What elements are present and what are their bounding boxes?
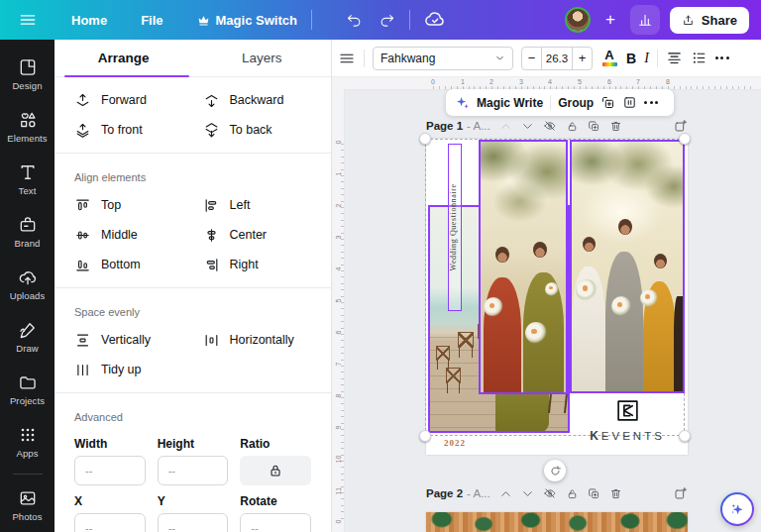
hide-page-icon[interactable] <box>543 119 557 133</box>
magic-switch-button[interactable]: Magic Switch <box>197 13 297 28</box>
add-member-button[interactable]: + <box>600 10 620 30</box>
page2-title-suffix: - A... <box>467 487 490 499</box>
duplicate-page-icon[interactable] <box>588 120 600 133</box>
group-button[interactable]: Group <box>558 96 594 110</box>
move-page-down-icon[interactable] <box>521 487 534 500</box>
page2-canvas-preview[interactable] <box>426 512 688 532</box>
align-left-button[interactable]: Left <box>203 190 332 220</box>
toolbar-menu-icon[interactable] <box>338 50 356 67</box>
photo-bridesmaids-right[interactable] <box>570 140 685 393</box>
space-horizontally-icon <box>203 332 220 349</box>
more-options-icon[interactable] <box>715 56 729 59</box>
font-size-decrease-button[interactable]: − <box>522 48 541 69</box>
delete-page-icon[interactable] <box>609 120 622 133</box>
vertical-text-element[interactable]: Wedding Questionnaire <box>448 144 462 311</box>
y-field[interactable] <box>158 513 229 532</box>
action-label: Bottom <box>101 258 141 271</box>
text-align-icon[interactable] <box>666 50 683 66</box>
canva-assistant-button[interactable] <box>720 492 754 526</box>
sidebar-item-design[interactable]: Design <box>0 48 54 100</box>
action-label: Right <box>230 258 259 271</box>
hide-page-icon[interactable] <box>543 486 557 500</box>
font-size-increase-button[interactable]: + <box>573 48 592 69</box>
sidebar-item-projects[interactable]: Projects <box>0 364 54 416</box>
to-back-button[interactable]: To back <box>203 115 332 145</box>
sidebar-label: Apps <box>16 448 38 459</box>
selection-handle-top-left[interactable] <box>419 133 431 145</box>
backward-button[interactable]: Backward <box>203 85 332 115</box>
text-color-button[interactable]: A <box>600 50 618 66</box>
bridesmaid-head <box>533 242 547 258</box>
to-front-button[interactable]: To front <box>74 115 203 145</box>
context-more-icon[interactable] <box>644 101 658 104</box>
sidebar-item-elements[interactable]: Elements <box>0 100 54 153</box>
magic-switch-label: Magic Switch <box>216 13 297 28</box>
position-icon[interactable] <box>622 95 637 110</box>
align-center-button[interactable]: Center <box>203 220 332 250</box>
tab-arrange[interactable]: Arrange <box>54 40 193 76</box>
font-size-input[interactable] <box>541 48 573 69</box>
selection-handle-bottom-right[interactable] <box>679 430 691 442</box>
page1-title[interactable]: Page 1 <box>426 120 463 132</box>
height-field[interactable] <box>158 456 229 485</box>
list-icon[interactable] <box>691 50 707 66</box>
sidebar-item-uploads[interactable]: Uploads <box>0 258 54 310</box>
lock-icon <box>268 463 283 479</box>
file-button[interactable]: File <box>141 13 163 28</box>
undo-icon[interactable] <box>346 12 363 29</box>
main-menu-icon[interactable] <box>18 10 38 30</box>
move-page-up-icon[interactable] <box>499 487 512 500</box>
tab-layers[interactable]: Layers <box>193 40 332 76</box>
sidebar-item-brand[interactable]: Brand <box>0 205 54 258</box>
align-bottom-button[interactable]: Bottom <box>74 250 203 279</box>
year-text[interactable]: 2022 <box>444 438 466 448</box>
avatar[interactable] <box>565 7 591 33</box>
selection-handle-top-right[interactable] <box>679 133 691 145</box>
move-page-down-icon[interactable] <box>521 120 534 133</box>
photo-bridesmaids-left[interactable] <box>479 140 568 394</box>
sidebar-item-draw[interactable]: Draw <box>0 311 54 364</box>
page2-title[interactable]: Page 2 <box>426 487 463 499</box>
magic-write-sparkle-icon <box>455 95 470 110</box>
move-page-up-icon[interactable] <box>499 120 512 133</box>
add-page-icon[interactable] <box>674 486 688 500</box>
rotate-field[interactable] <box>240 513 311 532</box>
lock-page-icon[interactable] <box>566 120 579 133</box>
home-button[interactable]: Home <box>71 13 107 28</box>
history-controls <box>346 12 395 29</box>
x-field[interactable] <box>74 513 146 532</box>
bold-button[interactable]: B <box>626 51 636 66</box>
space-vertically-button[interactable]: Vertically <box>74 325 203 355</box>
font-family-select[interactable]: Fahkwang <box>373 47 513 70</box>
page1-canvas[interactable]: Wedding Questionnaire 2022 KEVENTS <box>426 139 688 455</box>
italic-button[interactable]: I <box>644 51 649 66</box>
bouquet <box>525 322 547 344</box>
align-middle-button[interactable]: Middle <box>74 220 203 250</box>
lock-page-icon[interactable] <box>566 487 579 500</box>
sidebar-item-photos[interactable]: Photos <box>0 479 54 532</box>
brand-logo-block[interactable]: KEVENTS <box>570 398 685 443</box>
selection-handle-bottom-left[interactable] <box>419 430 431 442</box>
delete-page-icon[interactable] <box>609 487 622 500</box>
redo-icon[interactable] <box>379 12 395 29</box>
magic-write-button[interactable]: Magic Write <box>477 96 543 110</box>
rotate-handle[interactable] <box>544 460 566 481</box>
sidebar-item-text[interactable]: Text <box>0 153 54 205</box>
tidy-up-button[interactable]: Tidy up <box>74 355 203 384</box>
ratio-lock-button[interactable] <box>240 456 311 485</box>
sidebar-item-apps[interactable]: Apps <box>0 416 54 469</box>
add-page-icon[interactable] <box>674 119 688 133</box>
width-field[interactable] <box>74 456 146 485</box>
share-button[interactable]: Share <box>670 7 749 34</box>
align-top-button[interactable]: Top <box>74 190 203 220</box>
duplicate-page-icon[interactable] <box>588 487 600 500</box>
insights-icon[interactable] <box>630 5 660 35</box>
gray-dress-figure <box>605 252 643 391</box>
align-right-button[interactable]: Right <box>203 250 332 279</box>
duplicate-icon[interactable] <box>600 95 615 110</box>
action-label: To front <box>101 123 143 137</box>
topbar-divider <box>311 10 312 30</box>
space-horizontally-button[interactable]: Horizontally <box>203 325 332 355</box>
forward-button[interactable]: Forward <box>74 85 203 115</box>
height-label: Height <box>158 437 229 451</box>
